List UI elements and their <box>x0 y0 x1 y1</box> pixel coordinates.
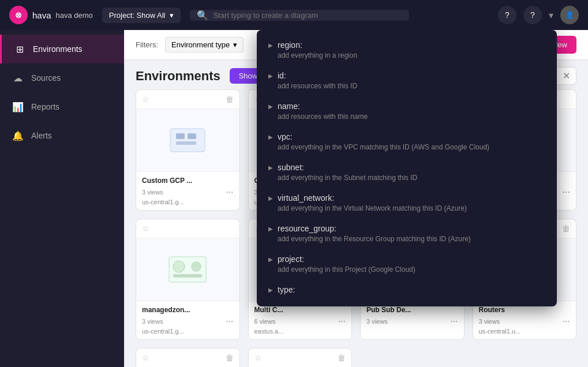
dropdown-key: virtual_network: <box>278 193 334 203</box>
card-name: Routers <box>479 306 571 314</box>
svg-rect-1 <box>176 133 185 139</box>
card-meta: 3 views ··· <box>142 187 234 197</box>
main-layout: ⊞ Environments ☁ Sources 📊 Reports 🔔 Ale… <box>0 30 588 367</box>
dropdown-key: region: <box>278 40 302 50</box>
star-icon[interactable]: ☆ <box>254 353 262 362</box>
search-icon: 🔍 <box>197 10 208 21</box>
chevron-icon: ▾ <box>549 10 553 21</box>
dropdown-key: subnet: <box>278 163 304 172</box>
card-preview-1 <box>136 108 239 172</box>
card-name: Multi C... <box>254 306 346 314</box>
sidebar-item-alerts[interactable]: 🔔 Alerts <box>0 121 124 150</box>
more-options-icon[interactable]: ··· <box>450 316 458 327</box>
company-name: hava demo <box>56 11 93 20</box>
card-name: Custom GCP ... <box>142 177 234 185</box>
nav-icons: ? ? ▾ 👤 <box>498 6 579 24</box>
environment-type-filter[interactable]: Environment type ▾ <box>165 37 244 53</box>
environments-icon: ⊞ <box>13 43 26 55</box>
env-card-1[interactable]: ☆ 🗑 Custom GCP ... 3 views ··· <box>136 89 240 211</box>
more-options-icon[interactable]: ··· <box>226 316 233 327</box>
sidebar-item-reports[interactable]: 📊 Reports <box>0 92 124 121</box>
svg-rect-0 <box>170 129 205 152</box>
docs-icon[interactable]: ? <box>498 6 516 24</box>
sidebar-item-label: Sources <box>31 73 61 83</box>
card-top-10: ☆ 🗑 <box>249 349 352 367</box>
svg-rect-3 <box>176 141 196 145</box>
chevron-right-icon: ▶ <box>268 195 273 201</box>
top-navigation: ⊗ hava hava demo Project: Show All ▾ 🔍 ?… <box>0 0 588 30</box>
card-location: us-central1.g... <box>142 199 234 205</box>
dropdown-item-vpc[interactable]: ▶ vpc: add everything in the VPC matchin… <box>257 126 557 157</box>
card-info-1: Custom GCP ... 3 views ··· us-central1.g… <box>136 172 239 210</box>
chevron-right-icon: ▶ <box>268 73 273 79</box>
env-card-5[interactable]: ☆ managedzon... 3 views ··· <box>136 219 240 340</box>
env-card-9[interactable]: ☆ 🗑 <box>136 348 240 367</box>
dropdown-key: project: <box>278 254 304 264</box>
sidebar-item-label: Alerts <box>31 131 52 140</box>
dropdown-item-resource-group[interactable]: ▶ resource_group: add everything in the … <box>257 218 557 249</box>
help-icon[interactable]: ? <box>523 6 542 24</box>
user-avatar[interactable]: 👤 <box>560 6 579 24</box>
dropdown-item-type[interactable]: ▶ type: <box>257 279 557 302</box>
card-views: 6 views <box>254 318 276 325</box>
dropdown-item-virtual-network[interactable]: ▶ virtual_network: add everything in the… <box>257 188 557 218</box>
dropdown-key: vpc: <box>278 132 293 141</box>
delete-icon[interactable]: 🗑 <box>562 224 570 233</box>
filter-type-label: Environment type <box>171 40 230 49</box>
delete-icon[interactable]: 🗑 <box>226 353 234 362</box>
diagram-search-input[interactable] <box>213 11 402 20</box>
delete-icon[interactable]: 🗑 <box>338 353 346 362</box>
card-views: 3 views <box>142 189 163 196</box>
close-icon[interactable]: ✕ <box>563 70 570 81</box>
card-meta: 6 views ··· <box>254 316 346 327</box>
env-card-10[interactable]: ☆ 🗑 <box>248 348 353 367</box>
dropdown-key: id: <box>278 71 286 80</box>
dropdown-key: resource_group: <box>278 224 336 233</box>
chevron-right-icon: ▶ <box>268 287 273 293</box>
star-icon[interactable]: ☆ <box>142 95 149 104</box>
star-icon[interactable]: ☆ <box>142 224 149 233</box>
dropdown-item-region[interactable]: ▶ region: add everything in a region <box>257 35 557 65</box>
diagram-search-bar[interactable]: 🔍 <box>190 10 409 21</box>
dropdown-item-name[interactable]: ▶ name: add resources with this name <box>257 96 557 126</box>
project-selector[interactable]: Project: Show All ▾ <box>102 8 181 23</box>
more-options-icon[interactable]: ··· <box>563 316 570 327</box>
sidebar: ⊞ Environments ☁ Sources 📊 Reports 🔔 Ale… <box>0 30 124 367</box>
more-options-icon[interactable]: ··· <box>338 316 346 327</box>
card-views: 3 views <box>366 318 388 325</box>
dropdown-item-subnet[interactable]: ▶ subnet: add everything in the Subnet m… <box>257 157 557 188</box>
dropdown-item-id[interactable]: ▶ id: add resources with this ID <box>257 65 557 96</box>
chevron-down-icon: ▾ <box>233 40 237 49</box>
dropdown-desc: add everything in a region <box>268 51 545 59</box>
card-top-5: ☆ <box>136 219 239 238</box>
alerts-icon: 🔔 <box>12 129 24 142</box>
card-preview-5 <box>136 238 239 301</box>
svg-point-18 <box>173 261 185 272</box>
sidebar-item-sources[interactable]: ☁ Sources <box>0 63 124 92</box>
card-meta: 3 views ··· <box>142 316 234 327</box>
page-title: Environments <box>136 69 220 84</box>
more-options-icon[interactable]: ··· <box>563 187 570 197</box>
card-info-5: managedzon... 3 views ··· us-central1.g.… <box>136 301 239 339</box>
card-location: us-central1.g... <box>142 328 234 335</box>
svg-point-19 <box>192 262 201 271</box>
sidebar-item-environments[interactable]: ⊞ Environments <box>0 35 124 63</box>
dropdown-item-project[interactable]: ▶ project: add everything in this Projec… <box>257 249 557 279</box>
card-views: 3 views <box>479 318 500 325</box>
chevron-right-icon: ▶ <box>268 256 273 263</box>
card-views: 3 views <box>142 318 163 325</box>
dropdown-desc: add everything in the Subnet matching th… <box>268 174 545 182</box>
sidebar-item-label: Environments <box>33 44 83 54</box>
filters-label: Filters: <box>136 40 158 49</box>
logo-icon: ⊗ <box>9 6 28 24</box>
chevron-right-icon: ▶ <box>268 134 273 140</box>
star-icon[interactable]: ☆ <box>142 353 149 362</box>
more-options-icon[interactable]: ··· <box>226 187 233 197</box>
chevron-right-icon: ▶ <box>268 164 273 171</box>
delete-icon[interactable]: 🗑 <box>226 95 234 104</box>
chevron-down-icon: ▾ <box>170 11 174 20</box>
card-location: eastus.a... <box>254 328 346 335</box>
card-info-6: Multi C... 6 views ··· eastus.a... <box>249 301 352 339</box>
chevron-right-icon: ▶ <box>268 103 273 110</box>
card-location: us-central1.u... <box>479 328 571 335</box>
